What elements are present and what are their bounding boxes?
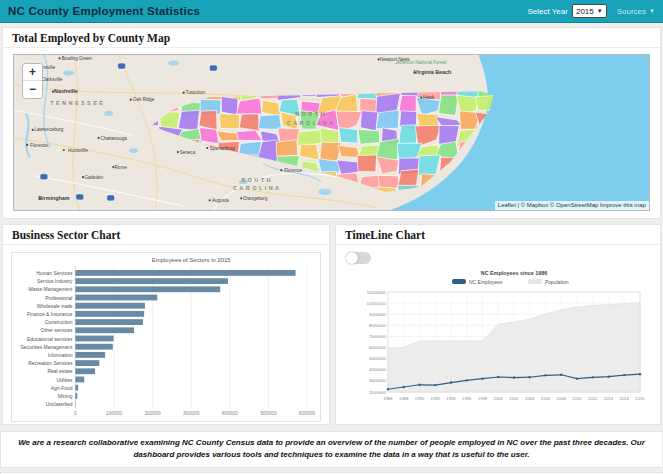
svg-text:Construction: Construction (45, 320, 73, 325)
svg-text:Birmingham: Birmingham (38, 195, 70, 201)
svg-text:1994: 1994 (446, 396, 456, 401)
svg-text:2002: 2002 (509, 396, 519, 401)
svg-text:Bowling Green: Bowling Green (62, 56, 92, 61)
svg-text:2012: 2012 (588, 396, 598, 401)
svg-text:9000000: 9000000 (369, 312, 387, 317)
map-attribution[interactable]: Leaflet | © Mapbox © OpenStreetMap Impro… (495, 201, 649, 210)
map-panel-title: Total Employed by County Map (3, 28, 660, 48)
svg-text:Service Industry: Service Industry (37, 279, 73, 284)
svg-text:Lawrenceburg: Lawrenceburg (34, 127, 63, 132)
svg-text:400000: 400000 (222, 411, 239, 416)
year-select-value: 2015 (576, 7, 594, 16)
svg-text:11000000: 11000000 (367, 290, 387, 295)
svg-text:Augusta: Augusta (212, 198, 229, 203)
svg-text:Virginia Beach: Virginia Beach (414, 69, 451, 75)
map-panel: Total Employed by County Map (2, 27, 661, 219)
svg-text:Tusculum: Tusculum (186, 90, 206, 95)
svg-text:Human Services: Human Services (36, 271, 73, 276)
svg-text:Huntsville: Huntsville (68, 148, 88, 153)
svg-text:1988: 1988 (399, 396, 409, 401)
svg-text:10000000: 10000000 (366, 301, 386, 306)
sources-menu[interactable]: Sources ▼ (617, 7, 655, 16)
svg-text:Newport News: Newport News (380, 57, 410, 62)
svg-text:1990: 1990 (415, 396, 425, 401)
svg-text:NC Employees: NC Employees (469, 279, 503, 285)
svg-text:2000: 2000 (494, 396, 504, 401)
svg-text:Information: Information (48, 353, 73, 358)
map-canvas[interactable]: Bowling GreenHopkinsvilleClarksvilleNash… (14, 55, 649, 210)
svg-text:6000000: 6000000 (369, 345, 387, 350)
svg-text:1996: 1996 (462, 396, 472, 401)
svg-text:Employees of Sectors in 2015: Employees of Sectors in 2015 (152, 257, 231, 263)
zoom-out-button[interactable]: − (23, 81, 42, 98)
county-map[interactable]: Bowling GreenHopkinsvilleClarksvilleNash… (13, 54, 650, 211)
chevron-down-icon: ▼ (649, 8, 655, 14)
svg-text:NC Employees since 1986: NC Employees since 1986 (481, 270, 548, 276)
bar-panel-title: Business Sector Chart (3, 225, 329, 245)
svg-text:TENNESSEE: TENNESSEE (50, 100, 105, 106)
svg-text:1998: 1998 (478, 396, 488, 401)
svg-text:Oak Ridge: Oak Ridge (133, 97, 155, 102)
svg-text:Other services: Other services (41, 328, 73, 333)
year-select[interactable]: 2015 ▼ (572, 4, 607, 18)
svg-text:2008: 2008 (557, 396, 567, 401)
svg-text:300000: 300000 (183, 411, 200, 416)
svg-text:Waste Management: Waste Management (28, 287, 73, 292)
svg-text:8000000: 8000000 (369, 323, 387, 328)
svg-text:5000000: 5000000 (369, 356, 387, 361)
svg-text:2004: 2004 (525, 396, 535, 401)
svg-text:Hawk: Hawk (423, 95, 435, 100)
svg-text:Educational services: Educational services (27, 337, 73, 342)
svg-text:NORTH: NORTH (295, 111, 327, 117)
svg-text:SOUTH: SOUTH (242, 177, 273, 183)
svg-text:Spartanburg: Spartanburg (210, 146, 236, 151)
svg-text:2000000: 2000000 (369, 390, 387, 395)
svg-text:100000: 100000 (106, 411, 123, 416)
zoom-in-button[interactable]: + (23, 64, 42, 81)
svg-text:Clarksville: Clarksville (41, 77, 62, 82)
select-year-label: Select Year (527, 7, 567, 16)
timeline-panel: TimeLine Chart NC Employees since 1986NC… (335, 224, 661, 425)
page-footer: We are a research collaborative examinin… (0, 431, 663, 474)
svg-text:Gadsden: Gadsden (84, 175, 103, 180)
footer-about: We are a research collaborative examinin… (0, 431, 663, 468)
svg-text:7000000: 7000000 (369, 334, 387, 339)
timeline-panel-title: TimeLine Chart (336, 225, 660, 245)
timeline-toggle[interactable] (346, 252, 371, 264)
svg-text:Professional: Professional (45, 296, 72, 301)
bar-chart[interactable]: Employees of Sectors in 2015010000020000… (11, 252, 321, 422)
chevron-down-icon: ▼ (597, 8, 603, 14)
svg-text:1986: 1986 (383, 396, 393, 401)
svg-text:200000: 200000 (144, 411, 161, 416)
toggle-knob (346, 252, 358, 264)
svg-text:Wholesale trade: Wholesale trade (37, 304, 73, 309)
svg-text:Nashville: Nashville (54, 88, 78, 94)
svg-text:Unclassified: Unclassified (46, 402, 73, 407)
svg-text:0: 0 (74, 411, 77, 416)
svg-text:2015: 2015 (635, 396, 645, 401)
svg-text:Seneca: Seneca (180, 150, 196, 155)
svg-text:Finance & Insurance: Finance & Insurance (27, 312, 73, 317)
svg-text:Securities Management: Securities Management (20, 345, 73, 350)
svg-text:1992: 1992 (431, 396, 441, 401)
app-title: NC County Employment Statistics (8, 5, 200, 17)
svg-text:CAROLINA: CAROLINA (287, 120, 336, 126)
svg-text:2006: 2006 (541, 396, 551, 401)
svg-text:Real estate: Real estate (47, 369, 72, 374)
svg-text:Chattanooga: Chattanooga (101, 136, 128, 141)
svg-text:Population: Population (545, 279, 569, 285)
svg-text:600000: 600000 (299, 411, 316, 416)
timeline-chart[interactable]: NC Employees since 1986NC EmployeesPopul… (344, 266, 652, 420)
map-zoom-control: + − (22, 63, 43, 99)
svg-text:3000000: 3000000 (369, 378, 387, 383)
app-header: NC County Employment Statistics Select Y… (0, 0, 663, 23)
svg-text:Florence: Florence (284, 168, 302, 173)
svg-text:Rome: Rome (115, 165, 128, 170)
svg-text:CAROLINA: CAROLINA (233, 185, 282, 191)
svg-text:Recreation Services: Recreation Services (28, 361, 73, 366)
svg-text:Agri-Food: Agri-Food (51, 386, 73, 391)
svg-text:500000: 500000 (260, 411, 277, 416)
svg-text:Mining: Mining (58, 394, 73, 399)
svg-text:2014: 2014 (620, 396, 630, 401)
svg-text:Orangeburg: Orangeburg (243, 196, 268, 201)
